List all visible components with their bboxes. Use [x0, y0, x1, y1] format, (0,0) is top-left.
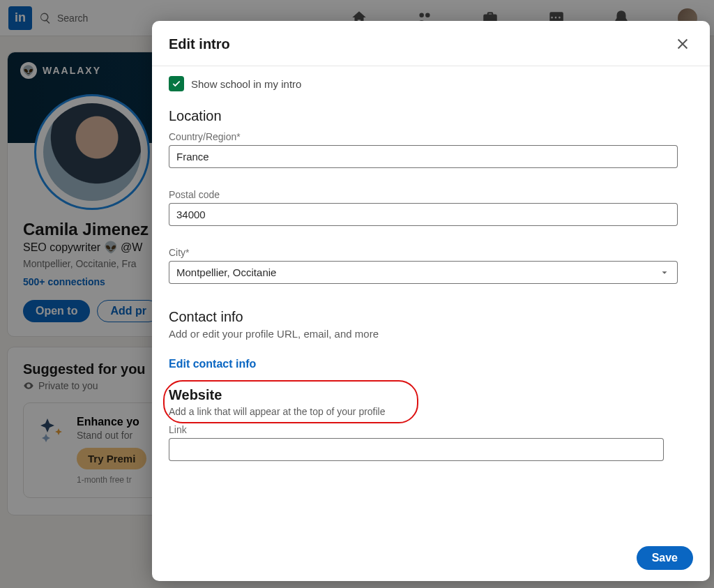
show-school-checkbox[interactable]: [169, 76, 184, 91]
modal-title: Edit intro: [169, 36, 230, 52]
website-sub: Add a link that will appear at the top o…: [169, 406, 696, 417]
website-heading: Website: [169, 387, 696, 403]
country-label: Country/Region*: [169, 131, 696, 142]
postal-label: Postal code: [169, 189, 696, 200]
show-school-label: Show school in my intro: [191, 78, 301, 90]
edit-contact-link[interactable]: Edit contact info: [169, 358, 256, 370]
modal-body[interactable]: Show school in my intro Location Country…: [152, 66, 710, 537]
save-button[interactable]: Save: [637, 546, 693, 570]
contact-heading: Contact info: [169, 309, 696, 325]
country-input[interactable]: [169, 145, 678, 168]
edit-intro-modal: Edit intro Show school in my intro Locat…: [152, 21, 710, 581]
city-label: City*: [169, 247, 696, 258]
close-icon: [675, 36, 690, 52]
contact-sub: Add or edit your profile URL, email, and…: [169, 328, 696, 340]
close-button[interactable]: [672, 33, 693, 54]
link-label: Link: [169, 424, 696, 435]
link-input[interactable]: [169, 438, 664, 461]
city-select[interactable]: [169, 261, 678, 284]
location-heading: Location: [169, 108, 696, 124]
check-icon: [172, 79, 181, 89]
postal-input[interactable]: [169, 203, 678, 226]
